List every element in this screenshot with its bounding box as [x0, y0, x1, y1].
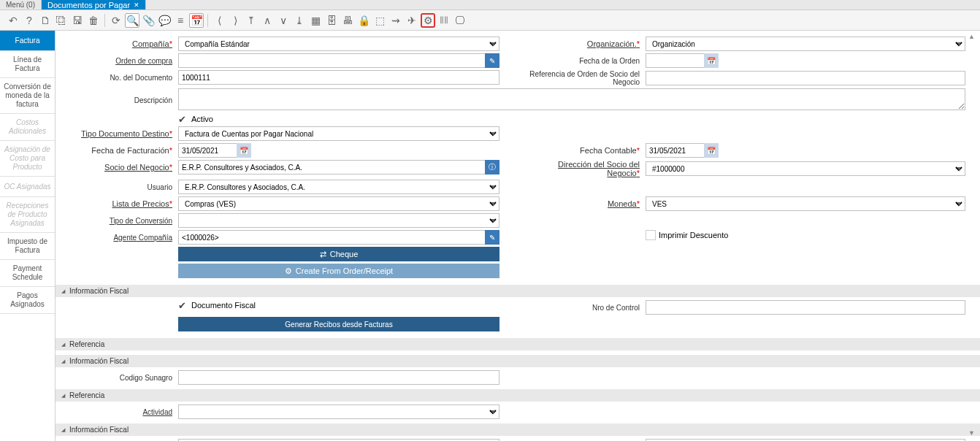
- close-icon[interactable]: ✕: [134, 1, 139, 9]
- doc-fiscal-label: Documento Fiscal: [191, 301, 256, 310]
- organizacion-select[interactable]: Organización: [646, 37, 965, 51]
- info-icon[interactable]: ⓘ: [485, 160, 499, 175]
- sidebar-item-asignacion[interactable]: Asignación de Costo para Producto: [0, 141, 55, 177]
- socio-input[interactable]: [178, 160, 485, 175]
- moneda-select[interactable]: VES: [646, 196, 965, 211]
- cheque-button[interactable]: ⇄Cheque: [178, 247, 499, 261]
- refresh-icon[interactable]: ⟳: [109, 13, 123, 28]
- sidebar-item-impuesto[interactable]: Impuesto de Factura: [0, 233, 55, 260]
- direccion-socio-select[interactable]: #1000000: [646, 161, 965, 176]
- label-moneda[interactable]: Moneda*: [529, 199, 646, 208]
- scroll-up-icon[interactable]: ▲: [968, 33, 977, 42]
- calendar-icon[interactable]: 📅: [704, 53, 719, 68]
- orden-compra-input[interactable]: [178, 53, 485, 68]
- sidebar-item-oc[interactable]: OC Asignadas: [0, 177, 55, 197]
- tab-label: Documentos por Pagar: [47, 1, 130, 9]
- prev-icon[interactable]: ⟨: [212, 13, 226, 28]
- fecha-fact-input[interactable]: [178, 143, 237, 158]
- label-orden-compra[interactable]: Orden de compra: [61, 57, 178, 65]
- print-icon[interactable]: 🖶: [340, 13, 355, 28]
- check-icon[interactable]: ✔: [178, 114, 188, 124]
- sidebar-item-recepciones[interactable]: Recepciones de Producto Asignadas: [0, 197, 55, 233]
- up-icon[interactable]: ∧: [260, 13, 275, 28]
- sidebar-item-pagos[interactable]: Pagos Asignados: [0, 287, 55, 314]
- tab-documentos[interactable]: Documentos por Pagar ✕: [42, 0, 146, 9]
- descripcion-textarea[interactable]: [178, 88, 965, 110]
- send-icon[interactable]: ✈: [405, 13, 419, 28]
- sidebar-item-payment[interactable]: Payment Schedule: [0, 260, 55, 287]
- nro-control-input[interactable]: [646, 300, 965, 315]
- label-socio[interactable]: Socio del Negocio*: [61, 163, 178, 172]
- chat-icon[interactable]: 💬: [157, 13, 172, 28]
- workflow-icon[interactable]: ⇝: [388, 13, 403, 28]
- no-documento-input[interactable]: [178, 70, 499, 85]
- search-icon[interactable]: 🔍: [125, 13, 139, 28]
- ref-orden-socio-input[interactable]: [646, 71, 965, 85]
- generar-recibos-button[interactable]: Generar Recibos desde Facturas: [178, 317, 499, 331]
- label-lista-precios[interactable]: Lista de Precios*: [61, 199, 178, 208]
- barcode-icon[interactable]: ⦀⦀: [437, 13, 451, 28]
- check-icon[interactable]: ✔: [178, 300, 188, 310]
- section-referencia[interactable]: Referencia: [55, 338, 980, 350]
- checkbox-imprimir[interactable]: [646, 230, 656, 240]
- delete-icon[interactable]: 🗑: [86, 13, 101, 28]
- tab-bar: Menú (0) Documentos por Pagar ✕: [0, 0, 980, 10]
- tipo-conversion-select[interactable]: [178, 213, 499, 228]
- section-info-fiscal-2[interactable]: Información Fiscal: [55, 355, 980, 367]
- edit-icon[interactable]: ✎: [485, 230, 499, 245]
- label-fecha-fact: Fecha de Facturación*: [61, 146, 178, 155]
- create-from-button[interactable]: ⚙Create From Order/Receipt: [178, 264, 499, 278]
- fecha-orden-input[interactable]: [646, 53, 704, 68]
- label-codigo-sunagro: Codigo Sunagro: [61, 374, 178, 382]
- section-info-fiscal-3[interactable]: Información Fiscal: [55, 423, 980, 436]
- label-tipo-conversion[interactable]: Tipo de Conversión: [61, 217, 178, 225]
- sidebar-item-costos[interactable]: Costos Adicionales: [0, 114, 55, 141]
- archive-icon[interactable]: 🗄: [324, 13, 339, 28]
- report-icon[interactable]: ▦: [308, 13, 323, 28]
- label-descripcion: Descripción: [61, 96, 178, 104]
- save-icon[interactable]: 🖫: [70, 13, 85, 28]
- label-compania[interactable]: Compañía*: [61, 39, 178, 48]
- label-direccion-socio[interactable]: Dirección del Socio del Negocio*: [529, 160, 646, 177]
- last-icon[interactable]: ⤓: [292, 13, 307, 28]
- section-referencia-2[interactable]: Referencia: [55, 389, 980, 402]
- zoom-icon[interactable]: ⬚: [372, 13, 387, 28]
- calendar-icon[interactable]: 📅: [704, 143, 719, 158]
- next-icon[interactable]: ⟩: [228, 13, 242, 28]
- copy-icon[interactable]: ⿻: [54, 13, 69, 28]
- label-fecha-orden: Fecha de la Orden: [529, 57, 646, 65]
- codigo-sunagro-input[interactable]: [178, 370, 499, 385]
- actividad-select[interactable]: [178, 404, 499, 419]
- new-icon[interactable]: 🗋: [38, 13, 53, 28]
- process-gear-icon[interactable]: ⚙: [421, 13, 435, 28]
- orden-compra-lookup-icon[interactable]: ✎: [485, 53, 499, 68]
- label-actividad[interactable]: Actividad: [61, 408, 178, 416]
- sidebar-item-factura[interactable]: Factura: [0, 31, 55, 51]
- label-usuario: Usuario: [61, 183, 178, 191]
- activo-label: Activo: [191, 115, 213, 123]
- help-icon[interactable]: ?: [22, 13, 37, 28]
- label-tipo-doc[interactable]: Tipo Documento Destino*: [61, 129, 178, 138]
- screen-icon[interactable]: 🖵: [453, 13, 467, 28]
- undo-icon[interactable]: ↶: [6, 13, 20, 28]
- calendar-icon[interactable]: 📅: [189, 13, 204, 28]
- fecha-contable-input[interactable]: [646, 143, 704, 158]
- label-agente[interactable]: Agente Compañía: [61, 234, 178, 242]
- first-icon[interactable]: ⤒: [244, 13, 259, 28]
- compania-select[interactable]: Compañía Estándar: [178, 37, 499, 51]
- list-icon[interactable]: ≡: [173, 13, 188, 28]
- lock-icon[interactable]: 🔒: [356, 13, 371, 28]
- sidebar-item-linea[interactable]: Línea de Factura: [0, 51, 55, 78]
- agente-input[interactable]: [178, 230, 485, 245]
- lista-precios-select[interactable]: Compras (VES): [178, 196, 499, 211]
- label-organizacion[interactable]: Organización.*: [529, 39, 646, 48]
- down-icon[interactable]: ∨: [276, 13, 291, 28]
- tab-menu[interactable]: Menú (0): [0, 0, 42, 9]
- scroll-down-icon[interactable]: ▼: [968, 429, 977, 438]
- sidebar-item-conversion[interactable]: Conversión de moneda de la factura: [0, 78, 55, 114]
- usuario-select[interactable]: E.R.P. Consultores y Asociados, C.A.: [178, 180, 499, 194]
- calendar-icon[interactable]: 📅: [237, 143, 251, 158]
- section-info-fiscal[interactable]: Información Fiscal: [55, 285, 980, 297]
- attach-icon[interactable]: 📎: [141, 13, 156, 28]
- tipo-doc-select[interactable]: Factura de Cuentas por Pagar Nacional: [178, 126, 499, 141]
